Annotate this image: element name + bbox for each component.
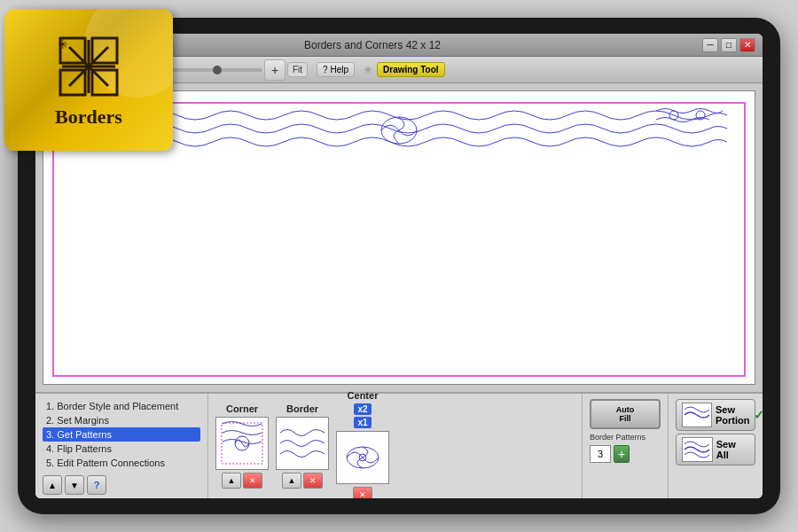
step-4[interactable]: 4. Flip Patterns bbox=[43, 442, 200, 456]
auto-fill-line2: Fill bbox=[620, 414, 631, 423]
sew-portion-button[interactable]: Sew Portion ✓ bbox=[676, 399, 755, 431]
step-5[interactable]: 5. Edit Pattern Connections bbox=[43, 456, 200, 470]
center-actions: ✕ bbox=[353, 487, 372, 499]
corner-up-button[interactable]: ▲ bbox=[222, 473, 241, 489]
sew-portion-check: ✓ bbox=[754, 408, 763, 422]
border-actions: ▲ ✕ bbox=[282, 473, 323, 489]
border-preview bbox=[276, 417, 329, 470]
sew-all-button[interactable]: Sew All bbox=[676, 434, 755, 466]
borders-badge-text: Borders bbox=[55, 106, 122, 129]
sew-buttons: Sew Portion ✓ Sew All bbox=[668, 394, 763, 498]
center-multipliers: x2 x1 bbox=[354, 403, 371, 428]
titlebar-controls: ─ □ ✕ bbox=[702, 38, 755, 52]
center-preview bbox=[336, 431, 389, 484]
center-section: Center x2 x1 bbox=[336, 390, 389, 499]
borders-badge-grid: ✳ bbox=[53, 31, 124, 102]
corner-label: Corner bbox=[226, 403, 258, 414]
bottom-panel: 1. Border Style and Placement 2. Set Mar… bbox=[35, 392, 763, 498]
step-down-button[interactable]: ▼ bbox=[65, 475, 84, 495]
sew-portion-preview bbox=[682, 403, 712, 427]
border-count-plus-button[interactable]: + bbox=[614, 445, 630, 463]
border-delete-button[interactable]: ✕ bbox=[303, 473, 323, 489]
steps-panel: 1. Border Style and Placement 2. Set Mar… bbox=[35, 394, 208, 498]
tablet-frame: ✳ Borders Borders and Corners 42 x 12 ─ … bbox=[18, 18, 780, 514]
asterisk-icon: ✳ bbox=[364, 65, 374, 75]
border-up-button[interactable]: ▲ bbox=[282, 473, 301, 489]
border-patterns-row: Border Patterns bbox=[590, 433, 661, 442]
step-controls: ▲ ▼ ? bbox=[43, 475, 200, 495]
border-count-row: 3 + bbox=[590, 445, 661, 463]
close-button[interactable]: ✕ bbox=[739, 38, 755, 52]
auto-fill-button[interactable]: Auto Fill bbox=[590, 399, 661, 429]
drawing-tool-button[interactable]: Drawing Tool bbox=[377, 62, 445, 77]
help-button[interactable]: ? Help bbox=[317, 62, 355, 77]
auto-fill-line1: Auto bbox=[616, 405, 635, 414]
step-up-button[interactable]: ▲ bbox=[43, 475, 62, 495]
border-label: Border bbox=[286, 403, 318, 414]
sew-all-label: Sew All bbox=[716, 439, 749, 460]
corner-delete-button[interactable]: ✕ bbox=[243, 473, 262, 489]
drawing-tool-group: ✳ Drawing Tool bbox=[364, 62, 445, 77]
borders-icon-overlay: ✳ Borders bbox=[4, 9, 182, 160]
x2-badge: x2 bbox=[354, 403, 371, 415]
sew-portion-label: Sew Portion bbox=[716, 404, 750, 426]
border-patterns-label: Border Patterns bbox=[590, 433, 645, 442]
borders-badge: ✳ Borders bbox=[4, 9, 173, 151]
center-label: Center bbox=[348, 390, 379, 401]
corner-preview bbox=[215, 417, 269, 470]
border-section: Border ▲ ✕ bbox=[276, 403, 329, 489]
x1-badge: x1 bbox=[354, 417, 371, 428]
step-3[interactable]: 3. Get Patterns bbox=[43, 427, 200, 442]
zoom-in-button[interactable]: + bbox=[264, 59, 286, 81]
step-1[interactable]: 1. Border Style and Placement bbox=[43, 399, 200, 413]
svg-text:✳: ✳ bbox=[364, 65, 372, 75]
right-controls: Auto Fill Border Patterns 3 + bbox=[582, 394, 668, 498]
step-2[interactable]: 2. Set Margins bbox=[43, 413, 200, 427]
maximize-button[interactable]: □ bbox=[721, 38, 737, 52]
border-count: 3 bbox=[590, 445, 611, 463]
zoom-thumb bbox=[213, 66, 222, 74]
sew-all-preview bbox=[682, 437, 713, 462]
minimize-button[interactable]: ─ bbox=[702, 38, 718, 52]
corner-section: Corner bbox=[215, 403, 269, 489]
svg-text:✳: ✳ bbox=[58, 37, 68, 51]
step-help-button[interactable]: ? bbox=[87, 475, 106, 495]
corner-actions: ▲ ✕ bbox=[222, 473, 262, 489]
zoom-fit-button[interactable]: Fit bbox=[287, 62, 308, 77]
center-delete-button[interactable]: ✕ bbox=[353, 487, 372, 499]
pattern-sections: Corner bbox=[208, 394, 582, 498]
